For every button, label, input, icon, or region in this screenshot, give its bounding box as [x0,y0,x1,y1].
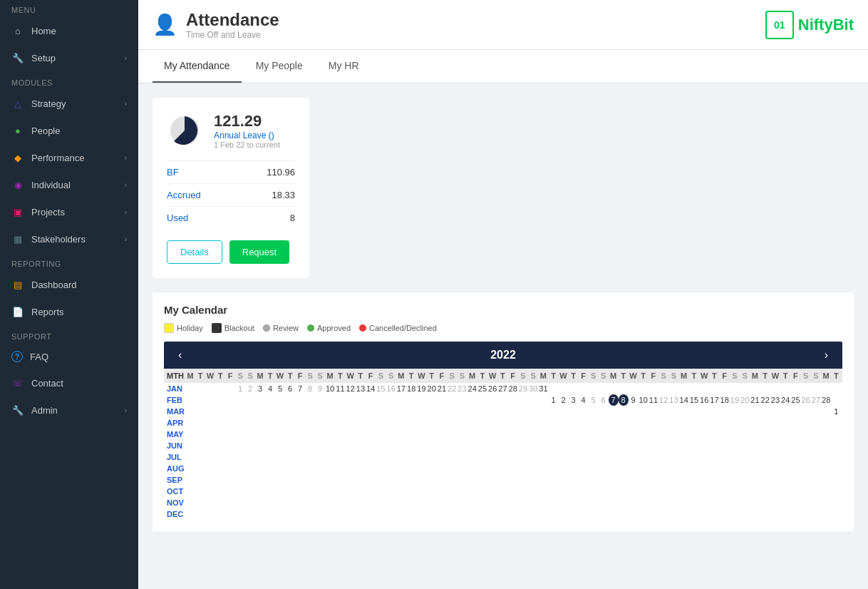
cal-day-cell[interactable]: 7 [609,394,619,406]
sidebar-item-home[interactable]: ⌂ Home [0,17,138,44]
cal-day-cell[interactable]: 1 [235,383,245,394]
cal-day-cell[interactable]: 10 [325,383,335,394]
cal-day-cell[interactable]: 28 [821,394,831,406]
cal-day-cell[interactable]: 7 [295,383,305,394]
cal-day-cell[interactable]: 8 [305,383,315,394]
cal-day-cell[interactable]: 13 [356,383,366,394]
cal-day-cell[interactable]: 25 [790,394,800,406]
cal-day-cell[interactable]: 15 [376,383,386,394]
cal-day-cell [821,474,831,486]
cal-day-cell[interactable]: 24 [780,394,790,406]
cal-day-cell [821,383,831,394]
cal-day-cell[interactable]: 8 [619,394,629,406]
cal-day-cell[interactable]: 18 [406,383,416,394]
cal-day-cell[interactable]: 12 [658,394,668,406]
cal-day-cell[interactable]: 15 [689,394,699,406]
cal-day-cell[interactable]: 17 [709,394,719,406]
cal-prev-button[interactable]: ‹ [172,347,187,363]
cal-day-cell[interactable]: 1 [549,394,559,406]
cal-day-cell [325,486,335,497]
cal-day-cell[interactable]: 14 [679,394,689,406]
cal-day-cell[interactable]: 25 [477,383,487,394]
sidebar-item-setup[interactable]: 🔧 Setup › [0,44,138,71]
day-header-18: F [366,369,376,383]
cal-day-cell [699,497,709,508]
cal-day-cell[interactable]: 3 [255,383,265,394]
cal-day-cell[interactable]: 6 [599,394,609,406]
details-button[interactable]: Details [167,240,222,264]
sidebar-item-reports[interactable]: 📄 Reports [0,298,138,325]
cal-day-cell[interactable]: 22 [760,394,770,406]
cal-day-cell[interactable]: 3 [569,394,579,406]
cal-day-cell [396,406,406,417]
sidebar-item-dashboard[interactable]: ▤ Dashboard [0,271,138,298]
sidebar-item-faq[interactable]: ? FAQ [0,344,138,369]
cal-day-cell[interactable]: 31 [538,383,548,394]
sidebar-item-strategy[interactable]: △ Strategy › [0,90,138,117]
sidebar-item-admin[interactable]: 🔧 Admin › [0,396,138,424]
leave-card: 121.29 Annual Leave () 1 Feb 22 to curre… [153,98,309,278]
day-header-2: W [205,369,215,383]
sidebar-item-stakeholders[interactable]: ▦ Stakeholders › [0,225,138,252]
cal-day-cell [497,429,507,440]
cal-day-cell[interactable]: 23 [770,394,780,406]
cal-day-cell[interactable]: 4 [265,383,275,394]
bf-value: 110.96 [267,167,295,178]
cal-day-cell[interactable]: 4 [579,394,589,406]
cal-day-cell[interactable]: 29 [518,383,528,394]
cal-day-cell[interactable]: 2 [245,383,255,394]
cal-day-cell[interactable]: 21 [750,394,760,406]
sidebar-item-projects[interactable]: ▣ Projects › [0,198,138,225]
cal-day-cell[interactable]: 9 [629,394,639,406]
cal-day-cell[interactable]: 18 [720,394,730,406]
cal-day-cell[interactable]: 5 [589,394,599,406]
cal-day-cell[interactable]: 24 [467,383,477,394]
sidebar-item-contact[interactable]: ☏ Contact [0,369,138,396]
sidebar-item-individual[interactable]: ◉ Individual › [0,171,138,198]
cal-day-cell[interactable]: 16 [699,394,709,406]
cal-day-cell[interactable]: 11 [335,383,345,394]
tab-my-hr[interactable]: My HR [317,50,371,83]
cal-day-cell[interactable]: 5 [275,383,285,394]
cal-day-cell[interactable]: 27 [811,394,821,406]
cal-day-cell [447,394,457,406]
tab-my-attendance[interactable]: My Attendance [153,50,242,83]
cal-next-button[interactable]: › [819,347,834,363]
cal-day-cell[interactable]: 30 [528,383,538,394]
cal-day-cell[interactable]: 10 [639,394,649,406]
cal-day-cell[interactable]: 21 [437,383,447,394]
cal-day-cell[interactable]: 17 [396,383,406,394]
cal-day-cell[interactable]: 22 [447,383,457,394]
cal-day-cell[interactable]: 19 [730,394,740,406]
cal-day-cell [376,508,386,520]
cal-day-cell[interactable]: 23 [457,383,467,394]
sidebar-item-performance[interactable]: ◆ Performance › [0,144,138,171]
cal-day-cell[interactable]: 1 [831,406,841,417]
cal-day-cell[interactable]: 20 [740,394,750,406]
cal-day-cell[interactable]: 26 [801,394,811,406]
sidebar: Menu ⌂ Home 🔧 Setup › Modules △ Strategy… [0,0,138,589]
cal-day-cell[interactable]: 27 [497,383,507,394]
cal-day-cell[interactable]: 6 [285,383,295,394]
cal-day-cell[interactable]: 9 [315,383,325,394]
cal-day-cell[interactable]: 13 [668,394,678,406]
cal-day-cell[interactable]: 16 [386,383,396,394]
tab-my-people[interactable]: My People [244,50,314,83]
cal-day-cell[interactable]: 19 [416,383,426,394]
cal-day-cell [295,417,305,429]
cal-day-cell [821,463,831,474]
cal-day-cell[interactable]: 12 [346,383,356,394]
cal-day-cell[interactable]: 2 [841,406,842,417]
sidebar-item-people[interactable]: ● People [0,117,138,144]
day-header-28: M [467,369,477,383]
cal-day-cell[interactable]: 20 [427,383,437,394]
cal-day-cell[interactable]: 28 [508,383,518,394]
cal-day-cell [185,486,195,497]
cal-day-cell[interactable]: 11 [649,394,658,406]
request-button[interactable]: Request [229,240,289,264]
cal-day-cell[interactable]: 14 [366,383,376,394]
cal-day-cell[interactable]: 26 [487,383,497,394]
cal-day-cell[interactable]: 2 [559,394,569,406]
calendar-title: My Calendar [164,304,842,316]
cal-day-cell [649,474,658,486]
